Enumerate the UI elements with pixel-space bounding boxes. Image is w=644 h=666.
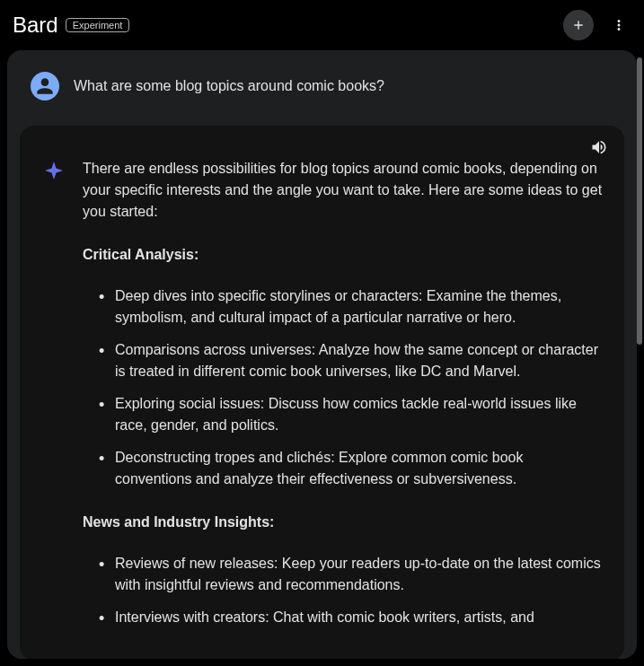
header-right xyxy=(563,10,631,40)
speaker-icon xyxy=(590,138,608,156)
new-chat-button[interactable] xyxy=(563,10,594,40)
list-item: Reviews of new releases: Keep your reade… xyxy=(99,553,603,596)
read-aloud-button[interactable] xyxy=(590,138,608,160)
list-item: Comparisons across universes: Analyze ho… xyxy=(99,339,603,382)
experiment-badge: Experiment xyxy=(66,18,130,32)
list-item: Exploring social issues: Discuss how com… xyxy=(99,393,603,436)
section-list: Reviews of new releases: Keep your reade… xyxy=(83,553,603,628)
header-left: Bard Experiment xyxy=(13,13,129,38)
header: Bard Experiment xyxy=(0,0,644,50)
user-message: What are some blog topics around comic b… xyxy=(7,56,637,115)
brand-name: Bard xyxy=(13,13,58,38)
response-intro: There are endless possibilities for blog… xyxy=(83,158,603,223)
user-message-text: What are some blog topics around comic b… xyxy=(74,78,384,94)
scrollbar[interactable] xyxy=(637,57,642,345)
response-text: There are endless possibilities for blog… xyxy=(83,158,603,639)
section-heading: Critical Analysis: xyxy=(83,244,603,266)
response-card: There are endless possibilities for blog… xyxy=(20,126,624,659)
list-item: Deep dives into specific storylines or c… xyxy=(99,285,603,329)
plus-icon xyxy=(571,18,586,32)
conversation-panel: What are some blog topics around comic b… xyxy=(7,50,637,659)
user-avatar xyxy=(31,72,59,101)
list-item: Interviews with creators: Chat with comi… xyxy=(99,607,603,628)
more-options-button[interactable] xyxy=(606,13,631,38)
person-icon xyxy=(33,74,57,98)
section-heading: News and Industry Insights: xyxy=(83,512,603,533)
section-list: Deep dives into specific storylines or c… xyxy=(83,285,603,490)
more-vert-icon xyxy=(611,17,627,33)
response-content: There are endless possibilities for blog… xyxy=(41,158,603,639)
bard-sparkle-icon xyxy=(41,160,66,185)
list-item: Deconstructing tropes and clichés: Explo… xyxy=(99,447,603,490)
